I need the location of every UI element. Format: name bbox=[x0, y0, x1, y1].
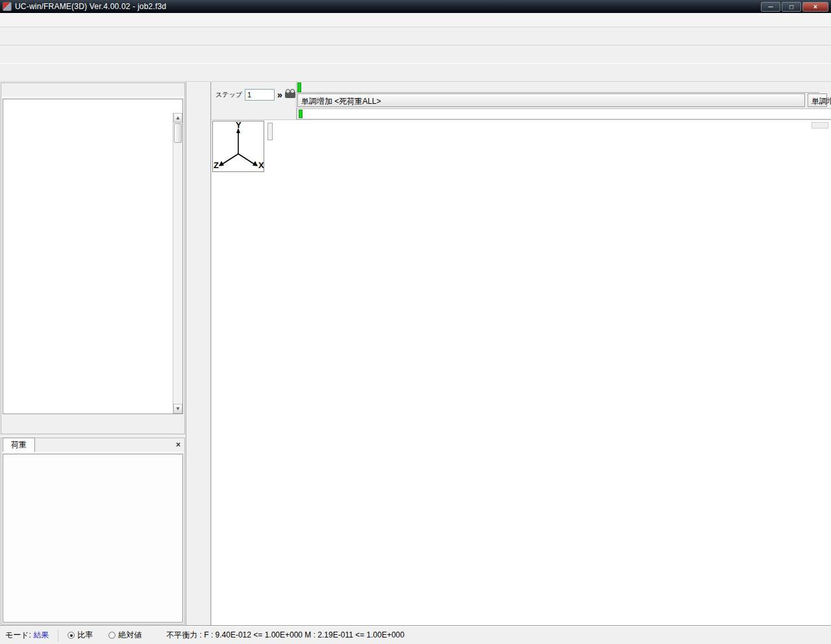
main-toolbar bbox=[0, 27, 831, 45]
timeline-progress-strip[interactable] bbox=[297, 108, 831, 119]
model-3d-canvas[interactable] bbox=[212, 120, 831, 625]
node-panel: ▲ ▼ bbox=[1, 82, 185, 434]
playback-panel: ステップ » bbox=[212, 82, 297, 120]
scroll-up-icon[interactable]: ▲ bbox=[173, 113, 182, 123]
node-table-scrollbar[interactable]: ▲ ▼ bbox=[173, 113, 182, 414]
node-table-body[interactable] bbox=[3, 113, 173, 414]
document-tab-bar bbox=[0, 45, 831, 64]
edit-toolbar bbox=[0, 64, 831, 82]
animation-control-area: ステップ » 単調増加 <死荷重ALL> 単調増加 <ALID> bbox=[212, 82, 831, 120]
status-bar: モード: 結果 比率 絶対値 不平衡力 : F : 9.40E-012 <= 1… bbox=[0, 626, 831, 644]
progress-marker bbox=[299, 110, 303, 118]
unbalanced-force-status: 不平衡力 : F : 9.40E-012 <= 1.00E+000 M : 2.… bbox=[166, 630, 404, 641]
window-title: UC-win/FRAME(3D) Ver.4.00.02 - job2.f3d bbox=[15, 2, 761, 11]
close-button[interactable]: × bbox=[802, 2, 828, 12]
sequence-row: 単調増加 <死荷重ALL> 単調増加 <ALID> bbox=[297, 93, 831, 108]
viewport: ステップ » 単調増加 <死荷重ALL> 単調増加 <ALID> bbox=[211, 82, 831, 625]
node-table-footer bbox=[1, 415, 184, 434]
sequence-block-dead-load[interactable]: 単調増加 <死荷重ALL> bbox=[297, 93, 805, 107]
sequence-block-alid[interactable]: 単調増加 <ALID> bbox=[808, 93, 827, 107]
absolute-radio-icon bbox=[108, 632, 116, 639]
restore-button[interactable]: □ bbox=[782, 2, 801, 12]
timeline-ruler bbox=[297, 82, 819, 93]
menu-bar bbox=[0, 13, 831, 27]
node-table: ▲ ▼ bbox=[3, 99, 183, 414]
scroll-down-icon[interactable]: ▼ bbox=[173, 404, 182, 414]
record-video-icon[interactable] bbox=[285, 92, 295, 98]
load-panel: 荷重 × bbox=[1, 438, 185, 625]
ratio-radio-icon bbox=[68, 632, 75, 639]
mode-status: モード: 結果 bbox=[5, 630, 49, 641]
step-label: ステップ bbox=[216, 90, 242, 99]
step-input[interactable] bbox=[245, 89, 275, 101]
timeline-start-marker bbox=[297, 82, 301, 92]
skip-to-end-button[interactable]: » bbox=[277, 90, 282, 99]
title-bar: UC-win/FRAME(3D) Ver.4.00.02 - job2.f3d … bbox=[0, 0, 831, 13]
load-tree[interactable] bbox=[3, 454, 183, 623]
node-panel-tabs bbox=[1, 83, 184, 97]
absolute-radio[interactable]: 絶対値 bbox=[108, 630, 142, 641]
load-panel-close-icon[interactable]: × bbox=[176, 440, 180, 449]
scroll-thumb[interactable] bbox=[174, 123, 182, 143]
result-tool-strip bbox=[186, 82, 211, 625]
tab-load[interactable]: 荷重 bbox=[3, 438, 35, 452]
load-panel-tabs: 荷重 × bbox=[1, 438, 184, 452]
ratio-radio[interactable]: 比率 bbox=[68, 630, 93, 641]
minimize-button[interactable]: ─ bbox=[761, 2, 780, 12]
left-panel-column: ▲ ▼ 荷重 × bbox=[0, 82, 186, 625]
mode-value: 結果 bbox=[33, 630, 49, 639]
app-icon bbox=[3, 2, 12, 11]
